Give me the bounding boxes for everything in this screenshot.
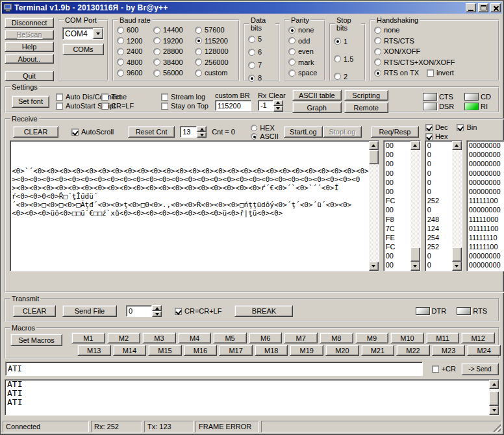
close-button[interactable]	[490, 3, 501, 12]
break-button[interactable]: BREAK	[234, 305, 293, 317]
set-font-button[interactable]: Set font	[12, 95, 49, 108]
scroll-thumb[interactable]	[410, 247, 420, 262]
receive-clear-button[interactable]: CLEAR	[13, 126, 58, 138]
set-macros-button[interactable]: Set Macros	[10, 334, 62, 346]
macro-button[interactable]: M19	[290, 345, 323, 356]
macro-button[interactable]: M3	[142, 332, 176, 343]
terminal-scrollbar[interactable]	[369, 141, 379, 271]
cr-crlf-checkbox[interactable]: CR=CR+LF	[175, 307, 221, 315]
baud-option[interactable]: 56000	[153, 68, 195, 79]
baud-option[interactable]: 14400	[153, 25, 195, 36]
scroll-down-icon[interactable]	[369, 262, 379, 271]
parity-option[interactable]: space	[288, 68, 321, 79]
display-mode-option[interactable]: HEX	[251, 124, 279, 132]
settings-checkbox[interactable]: AutoStart Script	[56, 102, 101, 110]
handshaking-option[interactable]: XON/XOFF	[374, 46, 495, 57]
dec-scrollbar[interactable]	[452, 141, 462, 271]
remote-button[interactable]: Remote	[344, 102, 388, 113]
baud-option[interactable]: custom	[195, 68, 235, 79]
stop-bits-option[interactable]: 1.5	[334, 50, 361, 68]
dec-checkbox[interactable]: Dec	[425, 123, 448, 131]
baud-option[interactable]: 1200	[117, 36, 153, 47]
rx-clear-input[interactable]	[258, 100, 273, 111]
baud-option[interactable]: 128000	[195, 46, 235, 57]
macro-button[interactable]: M22	[396, 345, 430, 356]
transmit-log-scrollbar[interactable]	[489, 380, 499, 415]
baud-option[interactable]: 28800	[153, 46, 195, 57]
display-mode-option[interactable]: ASCII	[251, 132, 279, 140]
reset-cnt-button[interactable]: Reset Cnt	[128, 126, 175, 138]
scroll-thumb[interactable]	[452, 247, 462, 262]
minimize-button[interactable]	[466, 3, 476, 12]
handshaking-option[interactable]: RTS/CTS+XON/XOFF	[374, 57, 495, 68]
settings-checkbox[interactable]: Auto Dis/Connect	[56, 93, 101, 101]
quit-button[interactable]: Quit	[5, 71, 54, 81]
baud-option[interactable]: 2400	[117, 46, 153, 57]
data-bits-option[interactable]: 6	[248, 45, 275, 58]
coms-button[interactable]: COMs	[62, 44, 104, 55]
scroll-up-icon[interactable]	[410, 141, 420, 150]
maximize-button[interactable]	[478, 3, 488, 12]
macro-button[interactable]: M24	[467, 345, 501, 356]
macro-button[interactable]: M20	[325, 345, 359, 356]
send-file-button[interactable]: Send File	[62, 305, 117, 317]
ascii-table-button[interactable]: ASCII table	[292, 90, 342, 101]
macro-button[interactable]: M11	[426, 332, 460, 343]
macro-button[interactable]: M8	[320, 332, 353, 343]
scroll-up-icon[interactable]	[489, 380, 499, 389]
macro-button[interactable]: M1	[71, 332, 105, 343]
hex-checkbox[interactable]: Hex	[425, 132, 448, 140]
settings-checkbox[interactable]: Stream log	[161, 93, 205, 101]
data-bits-option[interactable]: 8	[248, 71, 275, 84]
macro-button[interactable]: M18	[255, 345, 288, 356]
macro-button[interactable]: M14	[113, 345, 147, 356]
about-button[interactable]: About..	[5, 54, 54, 64]
transmit-clear-button[interactable]: CLEAR	[13, 305, 56, 317]
baud-option[interactable]: 38400	[153, 57, 195, 68]
data-bits-option[interactable]: 7	[248, 58, 275, 71]
hex-list[interactable]: 000000000000FC00F87CFEFC0000	[383, 140, 421, 271]
macro-button[interactable]: M12	[461, 332, 495, 343]
bin-list[interactable]: 0000000000000000000000000000000000000000…	[466, 140, 504, 271]
transmit-delay-input[interactable]	[126, 305, 152, 317]
scroll-down-icon[interactable]	[410, 262, 420, 271]
parity-option[interactable]: even	[288, 46, 321, 57]
macro-button[interactable]: M13	[77, 345, 111, 356]
macro-button[interactable]: M9	[355, 332, 389, 343]
handshaking-option[interactable]: none	[374, 25, 495, 36]
parity-option[interactable]: none	[288, 25, 321, 36]
macro-button[interactable]: M21	[361, 345, 395, 356]
send-input[interactable]	[5, 362, 423, 376]
baud-option[interactable]: 57600	[195, 25, 235, 36]
send-button[interactable]: -> Send	[461, 363, 499, 375]
baud-option[interactable]: 19200	[153, 36, 195, 47]
dec-list[interactable]: 000000252024812425425200	[425, 140, 462, 271]
macro-button[interactable]: M5	[213, 332, 247, 343]
spin-down-icon[interactable]	[273, 106, 283, 112]
terminal-output[interactable]: <0>`´<0><0><0><0><0><0><0><0><0><0><0><0…	[10, 140, 379, 271]
spin-up-icon[interactable]	[273, 100, 283, 106]
spin-up-icon[interactable]	[152, 305, 162, 311]
settings-checkbox[interactable]: CR=LF	[101, 102, 161, 110]
macro-button[interactable]: M7	[284, 332, 318, 343]
dtr-led-item[interactable]: DTR	[416, 307, 447, 315]
rts-led-item[interactable]: RTS	[457, 307, 487, 315]
custom-br-input[interactable]	[215, 100, 251, 111]
macro-button[interactable]: M2	[107, 332, 141, 343]
disconnect-button[interactable]: Disconnect	[5, 18, 54, 28]
stop-bits-option[interactable]: 2	[334, 68, 361, 85]
spin-down-icon[interactable]	[152, 311, 162, 317]
handshaking-option-rts-on-tx[interactable]: RTS on TX	[374, 68, 419, 79]
com-port-dropdown[interactable]: COM4	[62, 27, 104, 40]
help-button[interactable]: Help	[5, 42, 54, 52]
autoscroll-checkbox[interactable]: AutoScroll	[71, 128, 114, 136]
macro-button[interactable]: M17	[219, 345, 253, 356]
transmit-log[interactable]: ATIATIATI	[5, 379, 499, 416]
scripting-button[interactable]: Scripting	[344, 90, 388, 101]
graph-button[interactable]: Graph	[292, 102, 342, 113]
baud-option[interactable]: 256000	[195, 57, 235, 68]
scroll-down-icon[interactable]	[489, 406, 499, 415]
baud-option[interactable]: 600	[117, 25, 153, 36]
counter-input[interactable]	[180, 126, 197, 138]
macro-button[interactable]: M4	[178, 332, 212, 343]
